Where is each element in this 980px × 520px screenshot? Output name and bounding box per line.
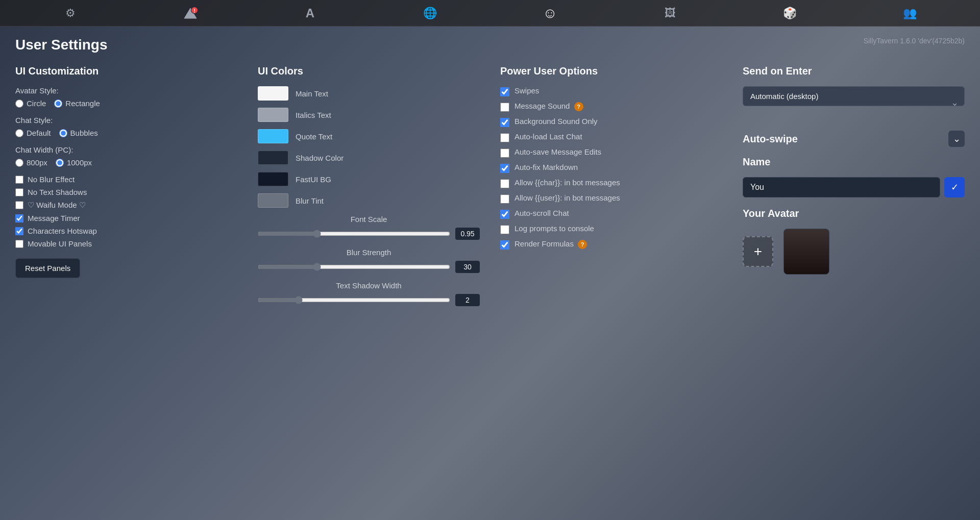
no-text-shadows-checkbox-item[interactable]: No Text Shadows	[15, 188, 237, 196]
chat-800px-radio[interactable]	[15, 159, 23, 167]
auto-load-option[interactable]: Auto-load Last Chat	[500, 132, 722, 142]
waifu-mode-checkbox[interactable]	[15, 201, 23, 209]
auto-load-checkbox[interactable]	[500, 133, 509, 142]
allow-user-checkbox[interactable]	[500, 194, 509, 204]
auto-save-edits-label: Auto-save Message Edits	[514, 147, 601, 156]
avatar-preview[interactable]	[783, 229, 829, 275]
auto-save-edits-option[interactable]: Auto-save Message Edits	[500, 147, 722, 158]
font-scale-slider[interactable]	[258, 230, 450, 238]
chars-hotswap-checkbox[interactable]	[15, 227, 23, 235]
chat-width-group: Chat Width (PC): 800px 1000px	[15, 145, 237, 167]
text-shadow-width-slider[interactable]	[258, 296, 450, 304]
no-text-shadows-checkbox[interactable]	[15, 188, 23, 196]
avatar-section: Your Avatar +	[743, 208, 965, 275]
shadow-color-label: Shadow Color	[296, 154, 344, 162]
chat-default-option[interactable]: Default	[15, 129, 51, 137]
chat-default-radio[interactable]	[15, 129, 23, 137]
avatar-circle-option[interactable]: Circle	[15, 99, 46, 108]
auto-fix-md-label: Auto-fix Markdown	[514, 163, 578, 171]
main-text-label: Main Text	[296, 89, 328, 98]
image-icon[interactable]: 🖼	[661, 4, 679, 22]
settings-icon[interactable]: ⚙	[61, 4, 80, 22]
movable-ui-checkbox-item[interactable]: Movable UI Panels	[15, 239, 237, 248]
name-section-title: Name	[743, 156, 965, 168]
render-formulas-checkbox[interactable]	[500, 240, 509, 250]
allow-user-label: Allow {{user}}: in bot messages	[514, 193, 620, 202]
chat-1000px-radio[interactable]	[56, 159, 64, 167]
message-timer-checkbox-item[interactable]: Message Timer	[15, 214, 237, 222]
chars-hotswap-checkbox-item[interactable]: Characters Hotswap	[15, 227, 237, 235]
chat-width-radios: 800px 1000px	[15, 158, 237, 167]
fastui-bg-swatch[interactable]	[258, 172, 288, 186]
text-shadow-width-slider-row: 2	[258, 294, 480, 306]
italics-text-swatch[interactable]	[258, 108, 288, 122]
message-sound-checkbox[interactable]	[500, 103, 509, 112]
waifu-mode-checkbox-item[interactable]: ♡ Waifu Mode ♡	[15, 201, 237, 210]
avatar-silhouette	[784, 229, 829, 274]
chat-800px-option[interactable]: 800px	[15, 158, 47, 167]
italics-text-color-row: Italics Text	[258, 108, 480, 122]
auto-fix-md-option[interactable]: Auto-fix Markdown	[500, 163, 722, 173]
allow-char-checkbox[interactable]	[500, 179, 509, 188]
auto-scroll-option[interactable]: Auto-scroll Chat	[500, 209, 722, 219]
log-prompts-checkbox[interactable]	[500, 225, 509, 234]
error-icon[interactable]: !	[181, 4, 200, 22]
name-input[interactable]	[743, 177, 940, 197]
message-timer-checkbox[interactable]	[15, 214, 23, 222]
main-text-swatch[interactable]	[258, 86, 288, 101]
no-text-shadows-label: No Text Shadows	[28, 188, 87, 196]
bg-sound-option[interactable]: Background Sound Only	[500, 117, 722, 127]
send-on-enter-column: Send on Enter Automatic (desktop) Always…	[743, 65, 965, 275]
main-content: User Settings SillyTavern 1.6.0 'dev'(47…	[0, 27, 980, 325]
emoji-icon[interactable]: ☺	[541, 4, 559, 22]
no-blur-checkbox[interactable]	[15, 176, 23, 184]
blocks-icon[interactable]: 🎲	[781, 4, 799, 22]
blur-tint-color-row: Blur Tint	[258, 193, 480, 208]
font-scale-label: Font Scale	[258, 215, 480, 224]
no-blur-checkbox-item[interactable]: No Blur Effect	[15, 175, 237, 184]
blur-tint-swatch[interactable]	[258, 193, 288, 208]
chat-style-label: Chat Style:	[15, 116, 237, 125]
allow-user-option[interactable]: Allow {{user}}: in bot messages	[500, 193, 722, 204]
blur-strength-label: Blur Strength	[258, 248, 480, 257]
auto-save-edits-checkbox[interactable]	[500, 148, 509, 158]
auto-swipe-collapse-button[interactable]: ⌄	[948, 131, 965, 147]
auto-fix-md-checkbox[interactable]	[500, 164, 509, 173]
avatar-upload-button[interactable]: +	[743, 236, 773, 267]
text-shadow-width-label: Text Shadow Width	[258, 281, 480, 290]
message-sound-option[interactable]: Message Sound ?	[500, 102, 722, 112]
movable-ui-checkbox[interactable]	[15, 240, 23, 248]
ui-colors-column: UI Colors Main Text Italics Text Quote T…	[258, 65, 480, 314]
avatar-rectangle-radio[interactable]	[54, 100, 62, 108]
avatar-rectangle-option[interactable]: Rectangle	[54, 99, 100, 108]
blur-strength-slider[interactable]	[258, 263, 450, 271]
reset-panels-button[interactable]: Reset Panels	[15, 258, 80, 278]
render-formulas-option[interactable]: Render Formulas ?	[500, 239, 722, 250]
allow-char-option[interactable]: Allow {{char}}: in bot messages	[500, 178, 722, 188]
page-title: User Settings	[15, 37, 108, 53]
send-on-enter-select[interactable]: Automatic (desktop) Always Never	[743, 86, 965, 106]
bg-sound-checkbox[interactable]	[500, 118, 509, 127]
no-blur-label: No Blur Effect	[28, 175, 75, 184]
name-confirm-button[interactable]: ✓	[944, 177, 965, 197]
log-prompts-option[interactable]: Log prompts to console	[500, 224, 722, 234]
render-formulas-label: Render Formulas ?	[514, 239, 587, 249]
ui-customization-title: UI Customization	[15, 65, 237, 77]
shadow-color-swatch[interactable]	[258, 151, 288, 165]
avatar-circle-radio[interactable]	[15, 100, 23, 108]
font-icon[interactable]: A	[301, 4, 320, 22]
auto-swipe-title: Auto-swipe	[743, 133, 798, 145]
chat-bubbles-option[interactable]: Bubbles	[59, 129, 98, 137]
chat-1000px-option[interactable]: 1000px	[56, 158, 92, 167]
avatar-style-radios: Circle Rectangle	[15, 99, 237, 108]
send-on-enter-select-wrapper: Automatic (desktop) Always Never	[743, 86, 965, 118]
blur-tint-label: Blur Tint	[296, 196, 324, 205]
swipes-option[interactable]: Swipes	[500, 86, 722, 96]
chars-hotswap-label: Characters Hotswap	[28, 227, 97, 235]
quote-text-swatch[interactable]	[258, 129, 288, 143]
swipes-checkbox[interactable]	[500, 87, 509, 96]
contacts-icon[interactable]: 👥	[901, 4, 919, 22]
chat-bubbles-radio[interactable]	[59, 129, 67, 137]
auto-scroll-checkbox[interactable]	[500, 210, 509, 219]
globe-icon[interactable]: 🌐	[421, 4, 439, 22]
